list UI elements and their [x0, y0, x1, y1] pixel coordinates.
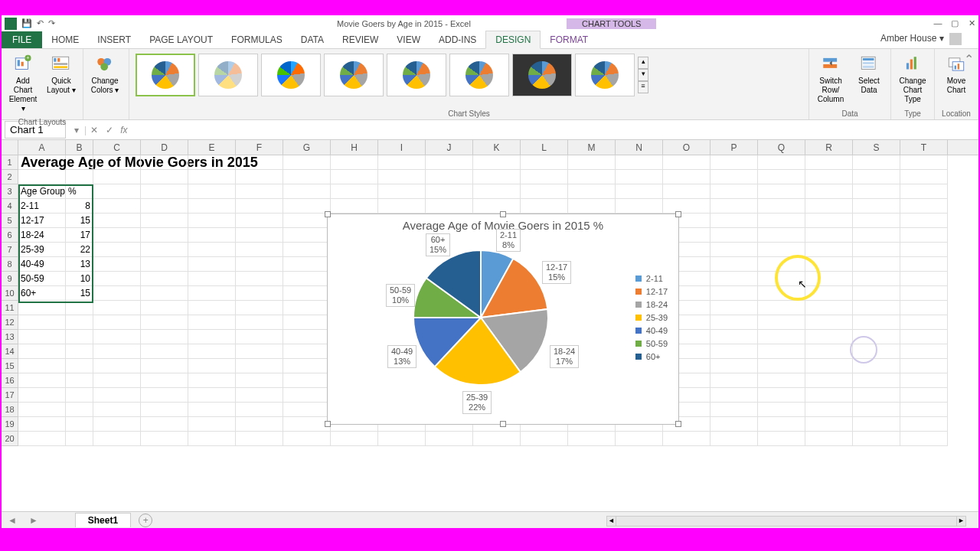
user-account[interactable]: Amber House ▾ [877, 30, 965, 48]
cell[interactable] [93, 170, 141, 184]
cell[interactable] [521, 170, 568, 184]
row-header[interactable]: 17 [2, 388, 18, 403]
cell[interactable] [710, 228, 758, 243]
cell[interactable] [66, 344, 93, 359]
cell[interactable] [141, 432, 188, 446]
cell[interactable] [188, 344, 236, 359]
cell[interactable] [805, 272, 853, 286]
col-header[interactable]: N [616, 140, 663, 155]
cell[interactable] [236, 388, 283, 403]
tab-review[interactable]: REVIEW [333, 31, 387, 48]
cell[interactable]: Average Age of Movie Goers in 2015 [18, 155, 66, 170]
cell[interactable] [616, 184, 663, 199]
cell[interactable] [426, 199, 473, 214]
cell[interactable] [473, 184, 521, 199]
cell[interactable] [758, 388, 805, 403]
cell[interactable] [236, 243, 283, 257]
cell[interactable] [66, 170, 93, 184]
cell[interactable] [758, 228, 805, 243]
cell[interactable] [805, 344, 853, 359]
cell[interactable] [663, 184, 710, 199]
cell[interactable] [853, 417, 900, 432]
cell[interactable] [710, 330, 758, 344]
col-header[interactable]: H [331, 140, 378, 155]
cell[interactable] [853, 170, 900, 184]
col-header[interactable]: B [66, 140, 93, 155]
undo-icon[interactable]: ↶ [37, 18, 44, 28]
cell[interactable] [283, 214, 331, 228]
cell[interactable] [93, 228, 141, 243]
cell[interactable] [66, 388, 93, 403]
cell[interactable] [710, 373, 758, 388]
cell[interactable] [710, 344, 758, 359]
row-header[interactable]: 4 [2, 199, 18, 214]
cell[interactable] [283, 388, 331, 403]
cell[interactable] [805, 388, 853, 403]
cell[interactable] [236, 286, 283, 301]
cell[interactable] [663, 199, 710, 214]
cell[interactable] [18, 432, 66, 446]
cell[interactable] [283, 286, 331, 301]
data-label[interactable]: 12-1715% [542, 261, 571, 284]
cell[interactable] [141, 315, 188, 330]
col-header[interactable]: J [426, 140, 473, 155]
col-header[interactable]: Q [758, 140, 805, 155]
cell[interactable] [853, 315, 900, 330]
cell[interactable] [710, 301, 758, 315]
cell[interactable] [141, 228, 188, 243]
cell[interactable] [378, 155, 426, 170]
col-header[interactable]: F [236, 140, 283, 155]
cell[interactable] [188, 417, 236, 432]
cell[interactable] [710, 315, 758, 330]
data-label[interactable]: 2-118% [496, 229, 521, 252]
legend-item[interactable]: 40-49 [635, 326, 668, 335]
col-header[interactable]: C [93, 140, 141, 155]
tab-formulas[interactable]: FORMULAS [222, 31, 292, 48]
cell[interactable] [426, 184, 473, 199]
cell[interactable]: 15 [66, 286, 93, 301]
cell[interactable] [188, 301, 236, 315]
cell[interactable] [141, 301, 188, 315]
chart-style-7[interactable] [512, 54, 572, 96]
cell[interactable] [853, 184, 900, 199]
cell[interactable] [141, 403, 188, 417]
cell[interactable]: 15 [66, 214, 93, 228]
cell[interactable] [141, 155, 188, 170]
cell[interactable] [710, 170, 758, 184]
cell[interactable] [900, 272, 948, 286]
col-header[interactable]: P [710, 140, 758, 155]
cell[interactable] [18, 315, 66, 330]
row-header[interactable]: 12 [2, 315, 18, 330]
row-header[interactable]: 6 [2, 228, 18, 243]
cell[interactable] [900, 373, 948, 388]
cell[interactable] [710, 184, 758, 199]
cell[interactable] [283, 170, 331, 184]
cell[interactable] [900, 417, 948, 432]
select-all-corner[interactable] [2, 140, 18, 155]
cell[interactable] [900, 155, 948, 170]
save-icon[interactable]: 💾 [21, 18, 32, 28]
legend-item[interactable]: 12-17 [635, 287, 668, 296]
cell[interactable] [900, 301, 948, 315]
cell[interactable] [805, 315, 853, 330]
cell[interactable] [710, 214, 758, 228]
change-colors-button[interactable]: Change Colors ▾ [87, 51, 123, 98]
cell[interactable] [18, 388, 66, 403]
cell[interactable] [236, 228, 283, 243]
fx-icon[interactable]: fx [117, 125, 130, 135]
cell[interactable] [236, 184, 283, 199]
cell[interactable]: 17 [66, 228, 93, 243]
row-header[interactable]: 3 [2, 184, 18, 199]
cell[interactable] [188, 257, 236, 272]
cell[interactable] [758, 330, 805, 344]
cell[interactable] [805, 417, 853, 432]
cell[interactable] [18, 417, 66, 432]
chart-style-6[interactable] [449, 54, 509, 96]
cell[interactable] [805, 286, 853, 301]
cell[interactable] [331, 199, 378, 214]
cell[interactable] [805, 373, 853, 388]
cell[interactable] [141, 243, 188, 257]
cell[interactable] [331, 184, 378, 199]
cell[interactable] [66, 417, 93, 432]
col-header[interactable]: L [521, 140, 568, 155]
